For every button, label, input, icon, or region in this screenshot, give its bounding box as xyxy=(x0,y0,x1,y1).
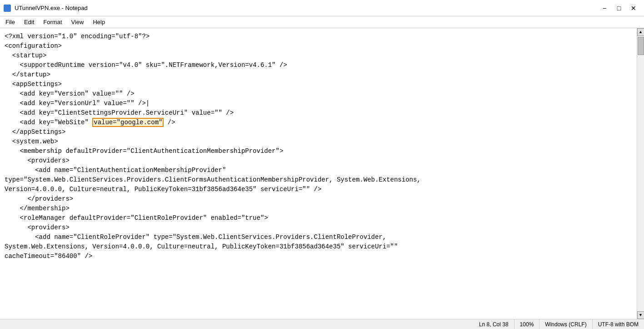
line-14: <providers> xyxy=(5,156,632,166)
line-1: <?xml version="1.0" encoding="utf-8"?> xyxy=(5,32,632,41)
app-icon xyxy=(4,5,11,12)
scroll-thumb[interactable] xyxy=(638,37,644,55)
status-encoding: UTF-8 with BOM xyxy=(592,319,644,329)
menu-format[interactable]: Format xyxy=(40,18,65,26)
vertical-scrollbar[interactable]: ▲ ▼ xyxy=(637,28,644,319)
line-16: type="System.Web.ClientServices.Provider… xyxy=(5,175,632,185)
window-title: UTunnelVPN.exe - Notepad xyxy=(15,5,88,11)
line-11: </appSettings> xyxy=(5,127,632,137)
highlight-value: value="google.com" xyxy=(92,118,164,127)
editor-container: <?xml version="1.0" encoding="utf-8"?><c… xyxy=(0,28,644,319)
line-8: <add key="VersionUrl" value="" />| xyxy=(5,99,632,108)
status-zoom: 100% xyxy=(514,319,539,329)
line-21: <providers> xyxy=(5,223,632,233)
title-bar: UTunnelVPN.exe - Notepad − □ ✕ xyxy=(0,0,644,16)
line-22: <add name="ClientRoleProvider" type="Sys… xyxy=(5,233,632,242)
line-9: <add key="ClientSettingsProvider.Service… xyxy=(5,108,632,118)
line-12: <system.web> xyxy=(5,137,632,147)
line-3: <startup> xyxy=(5,51,632,61)
line-5: </startup> xyxy=(5,70,632,80)
menu-file[interactable]: File xyxy=(2,18,19,26)
line-7: <add key="Version" value="" /> xyxy=(5,89,632,99)
line-20: <roleManager defaultProvider="ClientRole… xyxy=(5,213,632,223)
line-17: Version=4.0.0.0, Culture=neutral, Public… xyxy=(5,185,632,194)
line-10: <add key="WebSite" value="google.com" /> xyxy=(5,118,632,127)
close-button[interactable]: ✕ xyxy=(627,4,640,13)
title-bar-left: UTunnelVPN.exe - Notepad xyxy=(4,5,88,12)
line-15: <add name="ClientAuthenticationMembershi… xyxy=(5,166,632,175)
menu-bar: File Edit Format View Help xyxy=(0,16,644,28)
line-2: <configuration> xyxy=(5,41,632,51)
menu-view[interactable]: View xyxy=(68,18,88,26)
editor-content[interactable]: <?xml version="1.0" encoding="utf-8"?><c… xyxy=(0,28,637,319)
scroll-up-arrow[interactable]: ▲ xyxy=(637,28,644,36)
line-23: System.Web.Extensions, Version=4.0.0.0, … xyxy=(5,242,632,252)
line-6: <appSettings> xyxy=(5,80,632,89)
line-19: </membership> xyxy=(5,204,632,213)
window-controls: − □ ✕ xyxy=(598,4,640,13)
menu-edit[interactable]: Edit xyxy=(20,18,38,26)
minimize-button[interactable]: − xyxy=(598,4,611,13)
line-13: <membership defaultProvider="ClientAuthe… xyxy=(5,147,632,156)
line-4: <supportedRuntime version="v4.0" sku=".N… xyxy=(5,61,632,70)
status-line-ending: Windows (CRLF) xyxy=(539,319,592,329)
status-position: Ln 8, Col 38 xyxy=(474,319,514,329)
menu-help[interactable]: Help xyxy=(89,18,109,26)
status-bar: Ln 8, Col 38 100% Windows (CRLF) UTF-8 w… xyxy=(0,319,644,329)
scroll-down-arrow[interactable]: ▼ xyxy=(637,311,644,319)
line-24: cacheTimeout="86400" /> xyxy=(5,252,632,261)
maximize-button[interactable]: □ xyxy=(612,4,626,13)
line-18: </providers> xyxy=(5,194,632,204)
